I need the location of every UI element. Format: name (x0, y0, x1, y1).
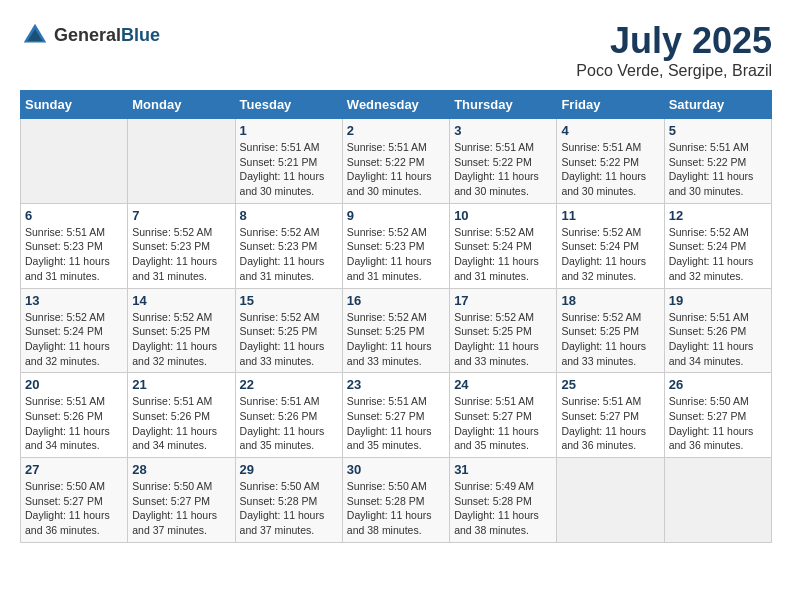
calendar-week-row: 1Sunrise: 5:51 AMSunset: 5:21 PMDaylight… (21, 119, 772, 204)
calendar-cell (128, 119, 235, 204)
day-number: 19 (669, 293, 767, 308)
day-number: 20 (25, 377, 123, 392)
cell-details: Sunrise: 5:51 AMSunset: 5:22 PMDaylight:… (454, 140, 552, 199)
calendar-cell: 12Sunrise: 5:52 AMSunset: 5:24 PMDayligh… (664, 203, 771, 288)
day-header-friday: Friday (557, 91, 664, 119)
cell-details: Sunrise: 5:50 AMSunset: 5:27 PMDaylight:… (25, 479, 123, 538)
month-title: July 2025 (576, 20, 772, 62)
calendar-cell: 6Sunrise: 5:51 AMSunset: 5:23 PMDaylight… (21, 203, 128, 288)
cell-details: Sunrise: 5:51 AMSunset: 5:26 PMDaylight:… (25, 394, 123, 453)
day-number: 4 (561, 123, 659, 138)
calendar-cell: 30Sunrise: 5:50 AMSunset: 5:28 PMDayligh… (342, 458, 449, 543)
day-number: 21 (132, 377, 230, 392)
day-number: 5 (669, 123, 767, 138)
day-number: 23 (347, 377, 445, 392)
calendar-cell: 14Sunrise: 5:52 AMSunset: 5:25 PMDayligh… (128, 288, 235, 373)
calendar-cell (664, 458, 771, 543)
cell-details: Sunrise: 5:52 AMSunset: 5:23 PMDaylight:… (240, 225, 338, 284)
day-number: 24 (454, 377, 552, 392)
day-number: 16 (347, 293, 445, 308)
calendar-cell: 17Sunrise: 5:52 AMSunset: 5:25 PMDayligh… (450, 288, 557, 373)
logo-general-text: General (54, 25, 121, 45)
page-header: GeneralBlue July 2025 Poco Verde, Sergip… (20, 20, 772, 80)
calendar-cell: 21Sunrise: 5:51 AMSunset: 5:26 PMDayligh… (128, 373, 235, 458)
calendar-cell: 18Sunrise: 5:52 AMSunset: 5:25 PMDayligh… (557, 288, 664, 373)
title-block: July 2025 Poco Verde, Sergipe, Brazil (576, 20, 772, 80)
calendar-cell: 3Sunrise: 5:51 AMSunset: 5:22 PMDaylight… (450, 119, 557, 204)
cell-details: Sunrise: 5:49 AMSunset: 5:28 PMDaylight:… (454, 479, 552, 538)
calendar-cell: 15Sunrise: 5:52 AMSunset: 5:25 PMDayligh… (235, 288, 342, 373)
cell-details: Sunrise: 5:52 AMSunset: 5:25 PMDaylight:… (347, 310, 445, 369)
calendar-cell: 22Sunrise: 5:51 AMSunset: 5:26 PMDayligh… (235, 373, 342, 458)
calendar-cell: 8Sunrise: 5:52 AMSunset: 5:23 PMDaylight… (235, 203, 342, 288)
day-number: 27 (25, 462, 123, 477)
calendar-cell: 10Sunrise: 5:52 AMSunset: 5:24 PMDayligh… (450, 203, 557, 288)
calendar-cell: 16Sunrise: 5:52 AMSunset: 5:25 PMDayligh… (342, 288, 449, 373)
calendar-week-row: 20Sunrise: 5:51 AMSunset: 5:26 PMDayligh… (21, 373, 772, 458)
calendar-cell: 25Sunrise: 5:51 AMSunset: 5:27 PMDayligh… (557, 373, 664, 458)
day-number: 2 (347, 123, 445, 138)
cell-details: Sunrise: 5:51 AMSunset: 5:26 PMDaylight:… (240, 394, 338, 453)
day-number: 13 (25, 293, 123, 308)
day-number: 11 (561, 208, 659, 223)
cell-details: Sunrise: 5:52 AMSunset: 5:24 PMDaylight:… (454, 225, 552, 284)
calendar-week-row: 13Sunrise: 5:52 AMSunset: 5:24 PMDayligh… (21, 288, 772, 373)
cell-details: Sunrise: 5:52 AMSunset: 5:24 PMDaylight:… (25, 310, 123, 369)
cell-details: Sunrise: 5:51 AMSunset: 5:26 PMDaylight:… (669, 310, 767, 369)
day-number: 15 (240, 293, 338, 308)
cell-details: Sunrise: 5:52 AMSunset: 5:24 PMDaylight:… (669, 225, 767, 284)
day-number: 30 (347, 462, 445, 477)
cell-details: Sunrise: 5:50 AMSunset: 5:27 PMDaylight:… (669, 394, 767, 453)
calendar-cell: 23Sunrise: 5:51 AMSunset: 5:27 PMDayligh… (342, 373, 449, 458)
calendar-cell: 5Sunrise: 5:51 AMSunset: 5:22 PMDaylight… (664, 119, 771, 204)
calendar-week-row: 6Sunrise: 5:51 AMSunset: 5:23 PMDaylight… (21, 203, 772, 288)
cell-details: Sunrise: 5:51 AMSunset: 5:23 PMDaylight:… (25, 225, 123, 284)
calendar-cell: 29Sunrise: 5:50 AMSunset: 5:28 PMDayligh… (235, 458, 342, 543)
cell-details: Sunrise: 5:52 AMSunset: 5:25 PMDaylight:… (240, 310, 338, 369)
day-number: 22 (240, 377, 338, 392)
day-number: 7 (132, 208, 230, 223)
day-number: 26 (669, 377, 767, 392)
calendar-cell (557, 458, 664, 543)
cell-details: Sunrise: 5:51 AMSunset: 5:26 PMDaylight:… (132, 394, 230, 453)
calendar-cell: 11Sunrise: 5:52 AMSunset: 5:24 PMDayligh… (557, 203, 664, 288)
calendar-cell: 26Sunrise: 5:50 AMSunset: 5:27 PMDayligh… (664, 373, 771, 458)
cell-details: Sunrise: 5:50 AMSunset: 5:28 PMDaylight:… (240, 479, 338, 538)
calendar-cell: 2Sunrise: 5:51 AMSunset: 5:22 PMDaylight… (342, 119, 449, 204)
cell-details: Sunrise: 5:52 AMSunset: 5:23 PMDaylight:… (132, 225, 230, 284)
calendar-cell: 27Sunrise: 5:50 AMSunset: 5:27 PMDayligh… (21, 458, 128, 543)
cell-details: Sunrise: 5:51 AMSunset: 5:22 PMDaylight:… (561, 140, 659, 199)
day-number: 8 (240, 208, 338, 223)
day-number: 10 (454, 208, 552, 223)
day-number: 17 (454, 293, 552, 308)
day-header-monday: Monday (128, 91, 235, 119)
day-header-wednesday: Wednesday (342, 91, 449, 119)
day-number: 6 (25, 208, 123, 223)
calendar-cell (21, 119, 128, 204)
calendar-cell: 31Sunrise: 5:49 AMSunset: 5:28 PMDayligh… (450, 458, 557, 543)
calendar-cell: 7Sunrise: 5:52 AMSunset: 5:23 PMDaylight… (128, 203, 235, 288)
calendar-cell: 28Sunrise: 5:50 AMSunset: 5:27 PMDayligh… (128, 458, 235, 543)
day-number: 3 (454, 123, 552, 138)
cell-details: Sunrise: 5:51 AMSunset: 5:27 PMDaylight:… (561, 394, 659, 453)
day-number: 25 (561, 377, 659, 392)
cell-details: Sunrise: 5:50 AMSunset: 5:27 PMDaylight:… (132, 479, 230, 538)
day-header-thursday: Thursday (450, 91, 557, 119)
day-number: 18 (561, 293, 659, 308)
calendar-header-row: SundayMondayTuesdayWednesdayThursdayFrid… (21, 91, 772, 119)
day-header-saturday: Saturday (664, 91, 771, 119)
calendar-cell: 13Sunrise: 5:52 AMSunset: 5:24 PMDayligh… (21, 288, 128, 373)
calendar-cell: 20Sunrise: 5:51 AMSunset: 5:26 PMDayligh… (21, 373, 128, 458)
cell-details: Sunrise: 5:50 AMSunset: 5:28 PMDaylight:… (347, 479, 445, 538)
logo: GeneralBlue (20, 20, 160, 50)
day-number: 12 (669, 208, 767, 223)
calendar-cell: 24Sunrise: 5:51 AMSunset: 5:27 PMDayligh… (450, 373, 557, 458)
day-header-sunday: Sunday (21, 91, 128, 119)
cell-details: Sunrise: 5:51 AMSunset: 5:27 PMDaylight:… (347, 394, 445, 453)
cell-details: Sunrise: 5:52 AMSunset: 5:23 PMDaylight:… (347, 225, 445, 284)
calendar-week-row: 27Sunrise: 5:50 AMSunset: 5:27 PMDayligh… (21, 458, 772, 543)
day-header-tuesday: Tuesday (235, 91, 342, 119)
calendar-cell: 1Sunrise: 5:51 AMSunset: 5:21 PMDaylight… (235, 119, 342, 204)
day-number: 28 (132, 462, 230, 477)
calendar-cell: 9Sunrise: 5:52 AMSunset: 5:23 PMDaylight… (342, 203, 449, 288)
